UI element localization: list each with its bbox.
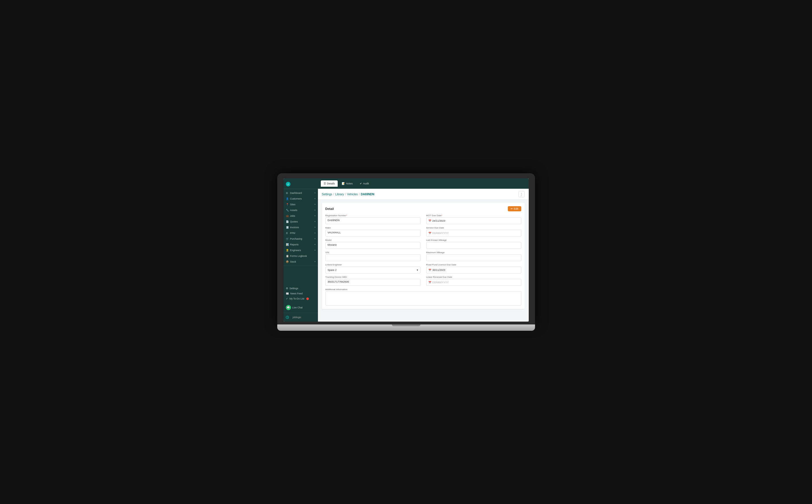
live-chat-icon: 💬 xyxy=(286,305,291,310)
form-group-lease-renewal: Lease Renewal Due Date 📅 DD/MM/YYYY xyxy=(426,276,521,286)
tracking-imei-input[interactable]: 350317177842600 xyxy=(325,279,420,286)
sidebar-item-settings[interactable]: ⚙ Settings xyxy=(286,286,316,291)
sidebar-item-label: Dashboard xyxy=(290,192,302,194)
lease-renewal-input[interactable]: 📅 DD/MM/YYYY xyxy=(426,279,521,286)
news-feed-icon: 📰 xyxy=(286,292,289,295)
sidebar-item-engineers[interactable]: 👷 Engineers ▾ xyxy=(284,247,318,253)
chevron-icon: ▾ xyxy=(314,249,316,251)
sidebar-item-todo[interactable]: ✓ My To-Do List 🔴 xyxy=(286,296,316,301)
service-due-input[interactable]: 📅 DD/MM/YYYY xyxy=(426,230,521,237)
last-mileage-input[interactable] xyxy=(426,242,521,249)
form-group-max-mileage: Maximum Mileage xyxy=(426,251,521,261)
sidebar-item-dashboard[interactable]: ⊞ Dashboard ▾ xyxy=(284,190,318,196)
invoices-icon: 🧾 xyxy=(286,226,289,229)
joblogic-svg-logo xyxy=(286,315,292,319)
customers-icon: 👤 xyxy=(286,197,289,200)
sidebar-item-label: Engineers xyxy=(290,249,301,252)
sidebar-item-stock[interactable]: 📦 Stock ▾ xyxy=(284,259,318,265)
chevron-icon: ▾ xyxy=(314,261,316,263)
linked-engineer-select[interactable]: Spare 2 ▾ xyxy=(325,267,420,273)
sidebar-item-label: Quotes xyxy=(290,220,298,223)
live-chat-label: Live Chat xyxy=(292,306,303,309)
breadcrumb-current: DA69NDN xyxy=(361,193,374,196)
sidebar-item-label: Forms Logbook xyxy=(290,255,307,257)
sidebar-item-jobs[interactable]: 💼 Jobs ▾ xyxy=(284,213,318,219)
detail-card: Detail ✏ Edit Registration Number* DA69N… xyxy=(322,203,525,309)
sidebar-item-reports[interactable]: 📊 Reports ▾ xyxy=(284,242,318,247)
purchasing-icon: 🛒 xyxy=(286,237,289,240)
sidebar-item-ppm[interactable]: 🗓 PPM ▾ xyxy=(284,230,318,236)
sidebar-bottom: ⚙ Settings 📰 News Feed ✓ My To-Do List 🔴 xyxy=(284,283,318,304)
sidebar-item-label: Customers xyxy=(290,197,302,200)
form-group-last-mileage: Last Known Mileage xyxy=(426,239,521,249)
notes-tab-icon: 📝 xyxy=(342,182,345,185)
tab-details-label: Details xyxy=(327,182,335,185)
breadcrumb-sep-3: / xyxy=(359,193,360,196)
breadcrumb-library[interactable]: Library xyxy=(335,193,344,196)
sidebar-item-forms-logbook[interactable]: 📋 Forms Logbook xyxy=(284,253,318,259)
audit-tab-icon: ✔ xyxy=(360,182,362,185)
sidebar-item-invoices[interactable]: 🧾 Invoices ▾ xyxy=(284,225,318,230)
sidebar-item-customers[interactable]: 👤 Customers ▾ xyxy=(284,196,318,202)
registration-label: Registration Number* xyxy=(325,214,420,217)
tab-notes[interactable]: 📝 Notes xyxy=(339,180,356,187)
chevron-icon: ▾ xyxy=(314,192,316,194)
linked-engineer-label: Linked Engineer xyxy=(325,263,420,266)
todo-icon: ✓ xyxy=(286,297,288,300)
edit-button[interactable]: ✏ Edit xyxy=(508,206,521,211)
breadcrumb-bar: Settings / Library / Vehicles / DA69NDN … xyxy=(318,189,529,200)
screen: J ⊞ Dashboard ▾ 👤 Customers ▾ xyxy=(284,178,529,322)
vin-input[interactable] xyxy=(325,254,420,261)
lease-renewal-placeholder: DD/MM/YYYY xyxy=(432,281,449,284)
tab-details[interactable]: ☰ Details xyxy=(321,180,338,187)
sidebar-item-sites[interactable]: 📍 Sites ▾ xyxy=(284,202,318,207)
sidebar-item-news-feed[interactable]: 📰 News Feed xyxy=(286,291,316,296)
chevron-icon: ▾ xyxy=(314,198,316,200)
service-due-label: Service Due Date xyxy=(426,227,521,229)
form-group-additional-info: Additional Information xyxy=(325,288,521,306)
breadcrumb-vehicles[interactable]: Vehicles xyxy=(347,193,358,196)
sidebar-divider xyxy=(284,266,318,266)
brand-footer: joblogic xyxy=(284,313,318,322)
todo-label: My To-Do List xyxy=(290,297,304,300)
breadcrumb-sep-1: / xyxy=(333,193,334,196)
sidebar-item-assets[interactable]: 🔧 Assets ▾ xyxy=(284,207,318,213)
chevron-icon: ▾ xyxy=(314,238,316,240)
form-group-tracking-imei: Tracking Device IMEI 350317177842600 xyxy=(325,276,420,286)
todo-badge: 🔴 xyxy=(306,298,309,300)
sidebar-item-purchasing[interactable]: 🛒 Purchasing ▾ xyxy=(284,236,318,242)
max-mileage-input[interactable] xyxy=(426,254,521,261)
sidebar-item-quotes[interactable]: 📄 Quotes ▾ xyxy=(284,219,318,225)
form-group-vin: VIN xyxy=(325,251,420,261)
sidebar-item-label: Assets xyxy=(290,209,298,212)
breadcrumb-settings[interactable]: Settings xyxy=(322,193,332,196)
detail-section: Detail ✏ Edit Registration Number* DA69N… xyxy=(318,200,529,322)
settings-label: Settings xyxy=(290,287,298,290)
chevron-icon: ▾ xyxy=(314,232,316,234)
calendar-icon: 📅 xyxy=(428,220,431,222)
ppm-icon: 🗓 xyxy=(286,232,289,235)
model-label: Model xyxy=(325,239,420,241)
additional-info-textarea[interactable] xyxy=(325,291,521,306)
registration-input[interactable]: DA69NDN xyxy=(325,217,420,224)
mot-due-input[interactable]: 📅 24/11/2023 xyxy=(426,217,521,224)
make-input[interactable]: VAUXHALL xyxy=(325,230,420,237)
calendar-icon-3: 📅 xyxy=(428,269,431,271)
model-input[interactable]: Movano xyxy=(325,242,420,249)
tab-audit[interactable]: ✔ Audit xyxy=(357,180,372,187)
sidebar-item-label: Purchasing xyxy=(290,237,302,240)
road-fund-label: Road Fund Licence Due Date xyxy=(426,263,521,266)
breadcrumb: Settings / Library / Vehicles / DA69NDN xyxy=(322,193,375,196)
sidebar-item-label: Stock xyxy=(290,260,296,263)
sidebar-item-live-chat[interactable]: 💬 Live Chat xyxy=(284,304,318,312)
form-group-mot-due: MOT Due Date* 📅 24/11/2023 xyxy=(426,214,521,224)
make-label: Make xyxy=(325,227,420,229)
chevron-icon: ▾ xyxy=(314,221,316,223)
reports-icon: 📊 xyxy=(286,243,289,246)
form-group-service-due: Service Due Date 📅 DD/MM/YYYY xyxy=(426,227,521,237)
more-options-button[interactable]: ⋮ xyxy=(518,191,525,197)
tab-audit-label: Audit xyxy=(363,182,369,185)
breadcrumb-sep-2: / xyxy=(345,193,346,196)
road-fund-input[interactable]: 📅 30/11/2023 xyxy=(426,267,521,273)
chevron-icon: ▾ xyxy=(314,226,316,229)
